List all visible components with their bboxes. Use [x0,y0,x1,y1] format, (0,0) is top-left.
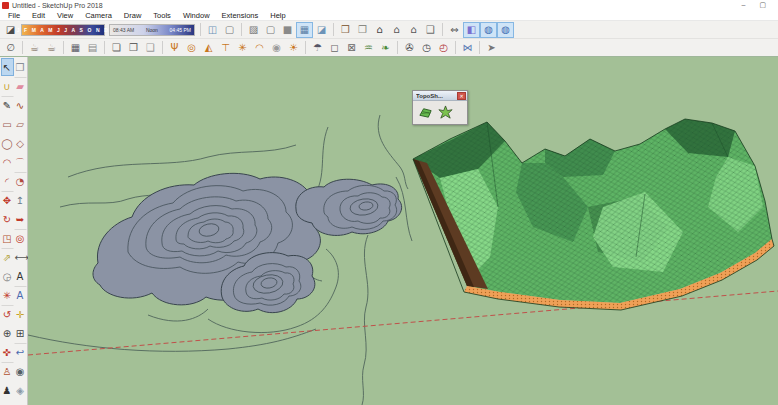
text-icon[interactable]: A [14,267,27,285]
topo-stamp-icon[interactable]: ⊤ [217,40,234,56]
position-camera-icon[interactable]: ♙ [1,362,14,380]
axes-icon[interactable]: ✳ [1,286,14,304]
speedometer-icon[interactable]: ◴ [435,40,452,56]
menu-item[interactable]: File [2,10,26,21]
cube-delete-icon[interactable]: ⊠ [343,40,360,56]
move-icon[interactable]: ✥ [1,191,14,209]
pan-icon[interactable]: ✛ [14,305,27,323]
freehand-icon[interactable]: ∿ [14,96,27,114]
minimize-button[interactable]: – [741,0,745,10]
topo-sun-icon[interactable]: ☀ [285,40,302,56]
monochrome-icon[interactable]: ◪ [313,22,330,38]
shaded-icon[interactable]: ■ [279,22,296,38]
topo-contours-icon[interactable]: Ψ [166,40,183,56]
menu-item[interactable]: Extensions [216,10,265,21]
zoom-previous-icon[interactable]: ↩ [14,343,27,361]
share-model-icon[interactable]: ⌂ [388,22,405,38]
menu-item[interactable]: Window [177,10,216,21]
line-icon[interactable]: ✎ [1,96,14,114]
grass-icon[interactable]: ♒ [360,40,377,56]
compass-small-icon[interactable]: ◷ [418,40,435,56]
get-models-icon[interactable]: ❒ [337,22,354,38]
polygon-icon[interactable]: ◇ [14,134,27,152]
window-icon[interactable]: ❏ [108,40,125,56]
dimension-icon[interactable]: ⟷ [14,248,27,266]
close-icon[interactable]: ✕ [457,92,466,100]
watermark-frame-icon[interactable]: ▤ [84,40,101,56]
topo-drape-icon[interactable]: ✳ [234,40,251,56]
extension-warehouse-icon[interactable]: ❑ [422,22,439,38]
topo-ring-icon[interactable]: ◎ [183,40,200,56]
section-plane-display-icon[interactable]: ◧ [463,22,480,38]
select-icon[interactable]: ↖ [1,58,14,76]
zoom-window-icon[interactable]: ⊞ [14,324,27,342]
protractor-icon[interactable]: ◶ [1,267,14,285]
cursor-icon[interactable]: ➤ [483,40,500,56]
teapot-icon[interactable]: ☕ [26,40,43,56]
show-terrain-icon[interactable]: ◍ [497,22,514,38]
menu-item[interactable]: Tools [147,10,177,21]
shaded-textures-icon[interactable]: ▦ [296,22,313,38]
topo-target-icon[interactable]: ◉ [268,40,285,56]
maximize-button[interactable]: ▢ [759,0,766,10]
section-plane-icon[interactable]: ◈ [14,381,27,399]
topo-surface-icon[interactable] [417,104,434,121]
menu-item[interactable]: Camera [79,10,118,21]
model-viewport[interactable]: TopoSh... ✕ [28,57,778,405]
toolbar-separator [479,41,480,54]
paint-bucket-icon[interactable]: ∪ [1,77,14,95]
follow-me-icon[interactable]: ➥ [14,210,27,228]
window-image-icon[interactable]: ❐ [125,40,142,56]
mirror-icon[interactable]: ⋈ [459,40,476,56]
rotated-rectangle-icon[interactable]: ▱ [14,115,27,133]
shadow-months-slider[interactable]: J F M A M J J A S O N D [21,24,105,36]
zoom-extents-icon[interactable]: ✜ [1,343,14,361]
rotate-icon[interactable]: ↻ [1,210,14,228]
arc-icon[interactable]: ◠ [1,153,14,171]
cube-icon[interactable]: ◻ [326,40,343,56]
tape-measure-icon[interactable]: ⇗ [1,248,14,266]
topo-dome-icon[interactable]: ◠ [251,40,268,56]
menu-item[interactable]: Draw [118,10,148,21]
topo-star-icon[interactable] [437,104,454,121]
teapot-export-icon[interactable]: ☕ [43,40,60,56]
make-component-icon[interactable]: ❐ [14,58,27,76]
components-book-icon[interactable]: ❐ [354,22,371,38]
pie-icon[interactable]: ◔ [14,172,27,190]
compass-icon[interactable]: ✇ [401,40,418,56]
menu-item[interactable]: Edit [26,10,51,21]
push-pull-icon[interactable]: ↥ [14,191,27,209]
circle-icon[interactable]: ◯ [1,134,14,152]
offset-icon[interactable]: ◎ [14,229,27,247]
orbit-icon[interactable]: ↺ [1,305,14,323]
window-lock-icon[interactable]: ❑ [142,40,159,56]
shadow-time-slider[interactable]: 08:43 AM Noon 04:45 PM [109,24,195,36]
home-icon[interactable]: ⌂ [371,22,388,38]
look-around-icon[interactable]: ◉ [14,362,27,380]
two-point-arc-icon[interactable]: ⌒ [14,153,27,171]
xray-icon[interactable]: ◫ [204,22,221,38]
wireframe-icon[interactable]: ▢ [221,22,238,38]
leaf-icon[interactable]: ❧ [377,40,394,56]
eraser-icon[interactable]: ▰ [14,77,27,95]
three-point-arc-icon[interactable]: ◜ [1,172,14,190]
title-bar: Untitled - SketchUp Pro 2018 – ▢ [0,0,778,10]
zoom-icon[interactable]: ⊕ [1,324,14,342]
back-edges-icon[interactable]: ▨ [245,22,262,38]
model-canvas [28,57,778,405]
swap-arrows-icon[interactable]: ⇔ [446,22,463,38]
add-location-icon[interactable]: ◍ [480,22,497,38]
topo-flag-icon[interactable]: ◭ [200,40,217,56]
three-d-text-icon[interactable]: A [14,286,27,304]
menu-item[interactable]: Help [264,10,291,21]
rectangle-icon[interactable]: ▭ [1,115,14,133]
scale-icon[interactable]: ◳ [1,229,14,247]
walk-icon[interactable]: ♟ [1,381,14,399]
menu-item[interactable]: View [51,10,79,21]
toposhaper-titlebar[interactable]: TopoSh... ✕ [413,91,467,101]
hidden-line-icon[interactable]: ▢ [262,22,279,38]
parasol-icon[interactable]: ☂ [309,40,326,56]
circle-slash-icon[interactable]: ∅ [2,40,19,56]
share-component-icon[interactable]: ⌂ [405,22,422,38]
watermark-dark-icon[interactable]: ▦ [67,40,84,56]
